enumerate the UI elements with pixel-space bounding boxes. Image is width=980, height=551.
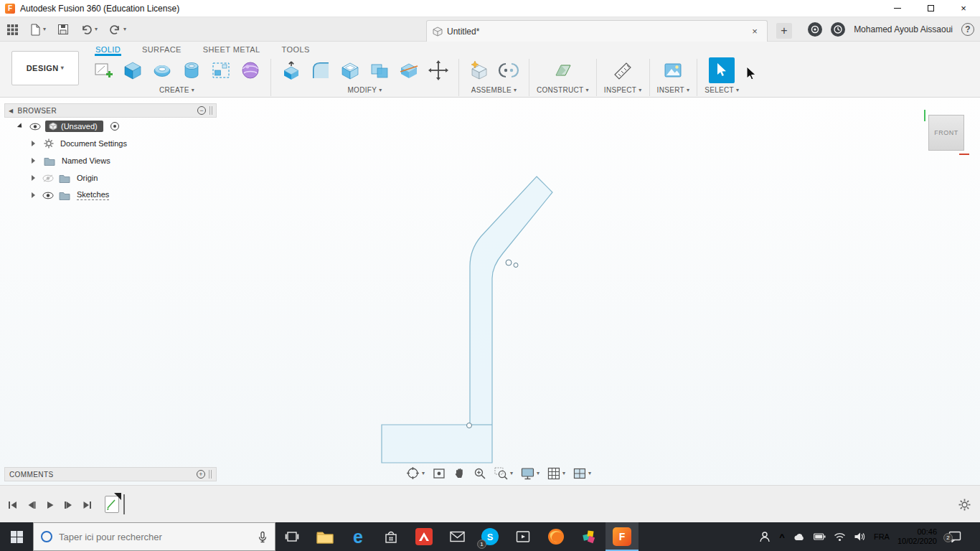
visibility-eye-off-icon[interactable] [42, 174, 54, 182]
help-button[interactable]: ? [961, 23, 974, 36]
extrude-button[interactable] [120, 57, 146, 83]
minimize-button[interactable] [881, 0, 914, 17]
assemble-group-dropdown[interactable]: ASSEMBLE ▾ [471, 86, 517, 94]
user-name[interactable]: Mohamed Ayoub Aissaoui [854, 24, 953, 34]
app-launcher-button[interactable] [7, 24, 18, 35]
file-menu-button[interactable]: ▾ [29, 24, 46, 36]
autodesk-app-button[interactable] [407, 522, 440, 551]
browser-row-root[interactable]: (Unsaved) [4, 118, 217, 135]
step-forward-button[interactable] [63, 500, 74, 510]
expander-icon[interactable] [32, 175, 35, 181]
new-tab-button[interactable]: + [776, 23, 792, 39]
browser-row-document-settings[interactable]: Document Settings [4, 135, 217, 152]
orbit-button[interactable]: ▾ [405, 465, 426, 481]
construction-plane-button[interactable] [550, 57, 575, 83]
skype-button[interactable]: S 1 [473, 522, 507, 551]
move-copy-button[interactable] [425, 57, 451, 83]
add-comment-icon[interactable]: + [197, 470, 205, 479]
microphone-icon[interactable] [257, 531, 268, 543]
document-tab[interactable]: Untitled* × [426, 20, 768, 42]
browser-header[interactable]: ◀ BROWSER − [4, 103, 217, 118]
viewports-button[interactable]: ▾ [572, 466, 593, 481]
fillet-button[interactable] [308, 57, 334, 83]
workspace-selector[interactable]: DESIGN ▾ [11, 51, 79, 85]
timeline-sketch-feature[interactable] [105, 496, 119, 513]
recap-photo-button[interactable] [573, 522, 606, 551]
tab-tools[interactable]: TOOLS [281, 44, 311, 56]
browser-row-named-views[interactable]: Named Views [4, 152, 217, 169]
pattern-button[interactable] [208, 57, 234, 83]
go-to-start-button[interactable] [7, 500, 18, 510]
films-tv-button[interactable] [507, 522, 540, 551]
panel-resize-grip[interactable] [209, 106, 212, 115]
show-hidden-icons-button[interactable]: ^ [779, 532, 785, 542]
visibility-eye-icon[interactable] [29, 123, 41, 131]
tab-surface[interactable]: SURFACE [141, 44, 182, 56]
onedrive-button[interactable] [793, 532, 806, 541]
collapse-panel-icon[interactable]: ◀ [9, 108, 14, 114]
go-to-end-button[interactable] [82, 500, 93, 510]
new-component-button[interactable] [466, 57, 492, 83]
insert-canvas-button[interactable] [660, 57, 686, 83]
coil-button[interactable] [237, 57, 263, 83]
job-status-button[interactable] [831, 22, 845, 37]
edge-browser-button[interactable]: e [341, 522, 374, 551]
file-explorer-button[interactable] [308, 522, 341, 551]
panel-resize-grip[interactable] [209, 470, 212, 479]
press-pull-button[interactable] [278, 57, 304, 83]
search-input[interactable] [59, 532, 238, 542]
pan-button[interactable] [452, 466, 467, 481]
split-body-button[interactable] [396, 57, 422, 83]
volume-button[interactable] [854, 532, 866, 542]
expander-icon[interactable] [32, 158, 35, 164]
look-at-button[interactable] [431, 466, 447, 481]
expander-icon[interactable] [17, 123, 24, 129]
action-center-button[interactable]: 2 [945, 531, 961, 542]
expander-icon[interactable] [32, 192, 35, 198]
zoom-button[interactable] [472, 466, 488, 481]
joint-button[interactable] [496, 57, 522, 83]
firefox-button[interactable] [540, 522, 573, 551]
view-cube[interactable]: FRONT [928, 115, 964, 151]
modeling-canvas[interactable]: ◀ BROWSER − (Unsaved) Document Settin [0, 98, 980, 485]
visibility-eye-icon[interactable] [42, 192, 54, 199]
combine-button[interactable] [367, 57, 392, 83]
tab-sheet-metal[interactable]: SHEET METAL [202, 44, 261, 56]
expander-icon[interactable] [32, 141, 35, 146]
taskbar-search-box[interactable] [33, 522, 275, 551]
fusion360-taskbar-button[interactable]: F [606, 522, 639, 551]
timeline-settings-button[interactable] [958, 499, 971, 511]
timeline-rollback-bar[interactable] [123, 494, 125, 514]
save-button[interactable] [57, 24, 69, 35]
redo-button[interactable]: ▾ [109, 24, 126, 35]
start-button[interactable] [0, 522, 33, 551]
play-button[interactable] [44, 500, 55, 510]
browser-row-origin[interactable]: Origin [4, 169, 217, 187]
undo-button[interactable]: ▾ [80, 24, 98, 35]
clock[interactable]: 00:46 10/02/2020 [897, 527, 937, 546]
create-sketch-button[interactable] [90, 57, 116, 83]
construct-group-dropdown[interactable]: CONSTRUCT ▾ [537, 86, 589, 94]
collapse-all-icon[interactable]: − [197, 106, 206, 115]
modify-group-dropdown[interactable]: MODIFY ▾ [347, 86, 382, 94]
battery-button[interactable] [814, 532, 826, 541]
language-indicator[interactable]: FRA [874, 532, 890, 541]
comments-bar[interactable]: COMMENTS + [4, 467, 217, 481]
select-group-dropdown[interactable]: SELECT ▾ [705, 86, 739, 94]
tab-solid[interactable]: SOLID [95, 44, 121, 56]
close-button[interactable]: × [947, 0, 980, 17]
task-view-button[interactable] [275, 522, 308, 551]
root-document-pill[interactable]: (Unsaved) [45, 121, 103, 132]
network-button[interactable] [834, 532, 846, 542]
insert-group-dropdown[interactable]: INSERT ▾ [657, 86, 690, 94]
maximize-button[interactable] [914, 0, 947, 17]
shell-button[interactable] [337, 57, 363, 83]
extensions-button[interactable] [808, 22, 822, 37]
measure-button[interactable] [610, 57, 636, 83]
revolve-button[interactable] [149, 57, 175, 83]
select-button[interactable] [709, 57, 735, 83]
microsoft-store-button[interactable] [374, 522, 407, 551]
step-back-button[interactable] [26, 500, 37, 510]
people-button[interactable] [758, 531, 771, 542]
activate-component-radio[interactable] [110, 122, 119, 131]
